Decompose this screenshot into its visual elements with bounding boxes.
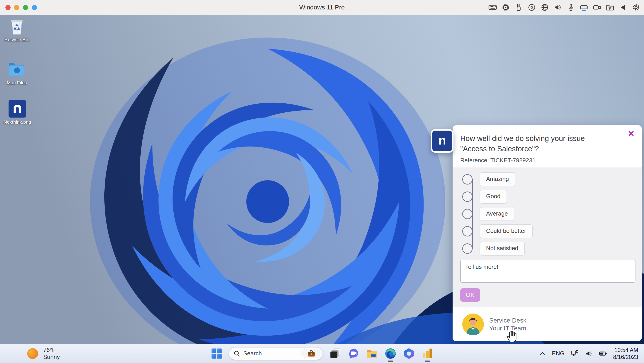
- processor-icon[interactable]: [502, 3, 510, 12]
- rating-radio[interactable]: [462, 174, 472, 185]
- battery-icon[interactable]: [599, 350, 607, 358]
- mouse-cursor-hand: [506, 329, 519, 344]
- system-tray: ENG 10:54 AM 8/16/2023: [539, 344, 638, 363]
- mac-files-icon: [8, 60, 26, 78]
- chat-icon: [347, 347, 360, 360]
- task-view-icon: [329, 347, 342, 360]
- vm-window: Windows 11 Pro: [0, 0, 644, 363]
- taskbar-app-power-bi[interactable]: [421, 347, 434, 360]
- taskbar-app-microsoft-365[interactable]: [403, 347, 415, 360]
- rating-label-button[interactable]: Amazing: [480, 172, 515, 186]
- desktop[interactable]: Recycle BinMac FilesNexthink.png n How w…: [0, 15, 644, 344]
- survey-header: How well did we do solving your issue "A…: [452, 125, 642, 167]
- avatar: [462, 314, 484, 335]
- rating-radio[interactable]: [462, 192, 472, 202]
- rating-label-button[interactable]: Not satisfied: [480, 242, 525, 256]
- recycle-bin-icon: [8, 17, 26, 35]
- weather-widget[interactable]: 76°F Sunny: [26, 344, 60, 363]
- survey-footer: Service Desk Your IT Team: [452, 307, 642, 341]
- hard-disk-icon[interactable]: [580, 3, 588, 12]
- nexthink-logo-icon: n: [438, 134, 446, 147]
- running-indicator: [388, 361, 393, 362]
- language-indicator[interactable]: ENG: [552, 350, 564, 357]
- weather-condition: Sunny: [43, 354, 60, 361]
- desktop-icon-recycle-bin[interactable]: Recycle Bin: [0, 17, 34, 42]
- running-indicator: [425, 361, 430, 362]
- rating-option[interactable]: Average: [460, 205, 636, 223]
- microsoft-365-icon: [403, 347, 415, 360]
- rating-option[interactable]: Amazing: [460, 171, 636, 188]
- desktop-icon-label: Nexthink.png: [4, 119, 31, 125]
- titlebar: Windows 11 Pro: [0, 0, 644, 15]
- microphone-icon[interactable]: [566, 3, 575, 12]
- settings-icon[interactable]: [632, 3, 640, 12]
- survey-reference: Reference: TICKET-7989231: [460, 157, 621, 164]
- network-icon[interactable]: [571, 350, 579, 358]
- nexthink-notification-badge[interactable]: n: [431, 129, 454, 153]
- desktop-icon-label: Recycle Bin: [4, 37, 30, 42]
- search-box[interactable]: [228, 347, 323, 360]
- rating-option[interactable]: Could be better: [460, 223, 636, 240]
- clock[interactable]: 10:54 AM 8/16/2023: [613, 347, 638, 361]
- volume-icon[interactable]: [585, 350, 593, 358]
- rating-scale: AmazingGoodAverageCould be betterNot sat…: [460, 171, 636, 257]
- survey-title: How well did we do solving your issue "A…: [460, 133, 621, 154]
- desktop-icon-nexthink[interactable]: Nexthink.png: [0, 100, 34, 125]
- rating-option[interactable]: Not satisfied: [460, 240, 636, 257]
- sender-name: Service Desk: [489, 317, 526, 324]
- taskbar-app-task-view[interactable]: [329, 347, 342, 360]
- search-highlight-capsule[interactable]: [301, 348, 322, 359]
- search-icon: [234, 350, 240, 357]
- desktop-icon-label: Mac Files: [7, 80, 27, 85]
- desktop-icon-mac-files[interactable]: Mac Files: [0, 60, 34, 85]
- sunny-icon: [26, 347, 39, 360]
- power-bi-icon: [421, 347, 434, 360]
- rating-label-button[interactable]: Average: [480, 207, 514, 221]
- rating-radio[interactable]: [462, 209, 472, 219]
- shared-folder-icon[interactable]: [606, 3, 614, 12]
- clock-date: 8/16/2023: [613, 354, 638, 361]
- camera-icon[interactable]: [593, 3, 601, 12]
- search-input[interactable]: [243, 350, 298, 357]
- rating-option[interactable]: Good: [460, 188, 636, 205]
- survey-title-line2: "Access to Salesforce"?: [460, 144, 621, 154]
- taskbar: 76°F Sunny ENG 10:54 AM 8/16/20: [0, 344, 644, 363]
- start-button[interactable]: [210, 348, 223, 360]
- cd-icon[interactable]: [528, 3, 536, 12]
- volume-icon[interactable]: [554, 3, 562, 12]
- weather-text: 76°F Sunny: [43, 347, 60, 361]
- rating-label-button[interactable]: Good: [480, 190, 507, 204]
- rating-radio[interactable]: [462, 226, 472, 236]
- close-icon[interactable]: ✕: [628, 130, 634, 138]
- rating-radio[interactable]: [462, 243, 472, 254]
- edge-icon: [384, 347, 397, 360]
- survey-body: AmazingGoodAverageCould be betterNot sat…: [452, 167, 642, 307]
- taskbar-app-file-explorer[interactable]: [366, 347, 378, 360]
- ok-button[interactable]: OK: [460, 288, 480, 302]
- taskbar-app-chat[interactable]: [347, 347, 360, 360]
- weather-temp: 76°F: [43, 347, 60, 354]
- comment-input[interactable]: [460, 260, 636, 283]
- briefcase-icon: [307, 349, 316, 358]
- survey-dialog: How well did we do solving your issue "A…: [452, 125, 642, 341]
- chevron-up-icon[interactable]: [539, 350, 546, 357]
- survey-title-line1: How well did we do solving your issue: [460, 133, 621, 144]
- rating-label-button[interactable]: Could be better: [480, 224, 533, 238]
- usb-icon[interactable]: [514, 3, 523, 12]
- keyboard-icon[interactable]: [488, 3, 497, 12]
- nexthink-icon: [8, 100, 26, 118]
- globe-icon[interactable]: [540, 3, 549, 12]
- clock-time: 10:54 AM: [613, 347, 638, 354]
- taskbar-center: [210, 344, 434, 363]
- file-explorer-icon: [366, 347, 378, 360]
- taskbar-app-edge[interactable]: [384, 347, 397, 360]
- playback-icon[interactable]: [619, 3, 627, 12]
- taskbar-apps: [329, 347, 434, 360]
- reference-label: Reference:: [460, 157, 489, 164]
- vm-status-icons: [488, 0, 640, 15]
- ticket-link[interactable]: TICKET-7989231: [490, 157, 536, 164]
